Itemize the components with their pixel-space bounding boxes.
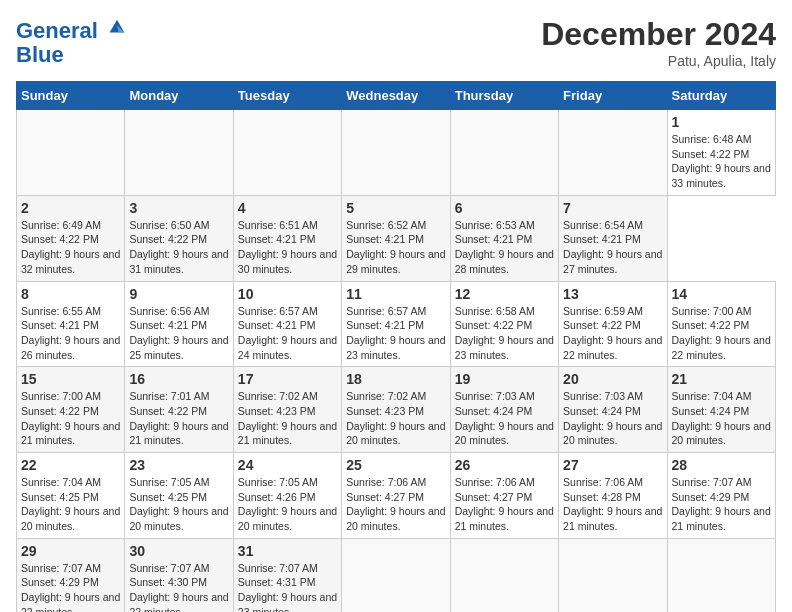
- day-number: 26: [455, 457, 554, 473]
- day-header-tuesday: Tuesday: [233, 82, 341, 110]
- calendar-body: 1Sunrise: 6:48 AMSunset: 4:22 PMDaylight…: [17, 110, 776, 613]
- day-number: 3: [129, 200, 228, 216]
- day-cell-9: 9Sunrise: 6:56 AMSunset: 4:21 PMDaylight…: [125, 281, 233, 367]
- day-cell-22: 22Sunrise: 7:04 AMSunset: 4:25 PMDayligh…: [17, 453, 125, 539]
- day-number: 30: [129, 543, 228, 559]
- day-cell-25: 25Sunrise: 7:06 AMSunset: 4:27 PMDayligh…: [342, 453, 450, 539]
- day-info: Sunrise: 7:00 AMSunset: 4:22 PMDaylight:…: [21, 390, 120, 446]
- day-info: Sunrise: 7:04 AMSunset: 4:24 PMDaylight:…: [672, 390, 771, 446]
- day-number: 2: [21, 200, 120, 216]
- day-info: Sunrise: 7:01 AMSunset: 4:22 PMDaylight:…: [129, 390, 228, 446]
- day-cell-27: 27Sunrise: 7:06 AMSunset: 4:28 PMDayligh…: [559, 453, 667, 539]
- day-number: 31: [238, 543, 337, 559]
- week-row-4: 22Sunrise: 7:04 AMSunset: 4:25 PMDayligh…: [17, 453, 776, 539]
- day-number: 16: [129, 371, 228, 387]
- day-info: Sunrise: 6:48 AMSunset: 4:22 PMDaylight:…: [672, 133, 771, 189]
- day-number: 8: [21, 286, 120, 302]
- day-cell-17: 17Sunrise: 7:02 AMSunset: 4:23 PMDayligh…: [233, 367, 341, 453]
- day-number: 11: [346, 286, 445, 302]
- day-cell-4: 4Sunrise: 6:51 AMSunset: 4:21 PMDaylight…: [233, 195, 341, 281]
- day-number: 19: [455, 371, 554, 387]
- day-cell-29: 29Sunrise: 7:07 AMSunset: 4:29 PMDayligh…: [17, 538, 125, 612]
- empty-cell: [450, 538, 558, 612]
- day-number: 28: [672, 457, 771, 473]
- day-info: Sunrise: 7:03 AMSunset: 4:24 PMDaylight:…: [455, 390, 554, 446]
- day-number: 27: [563, 457, 662, 473]
- week-row-5: 29Sunrise: 7:07 AMSunset: 4:29 PMDayligh…: [17, 538, 776, 612]
- header-row: SundayMondayTuesdayWednesdayThursdayFrid…: [17, 82, 776, 110]
- day-number: 5: [346, 200, 445, 216]
- day-header-thursday: Thursday: [450, 82, 558, 110]
- day-cell-2: 2Sunrise: 6:49 AMSunset: 4:22 PMDaylight…: [17, 195, 125, 281]
- day-cell-31: 31Sunrise: 7:07 AMSunset: 4:31 PMDayligh…: [233, 538, 341, 612]
- day-info: Sunrise: 6:53 AMSunset: 4:21 PMDaylight:…: [455, 219, 554, 275]
- day-number: 6: [455, 200, 554, 216]
- empty-cell: [342, 110, 450, 196]
- page-header: General Blue December 2024 Patu, Apulia,…: [16, 16, 776, 69]
- day-number: 13: [563, 286, 662, 302]
- logo-line1: General: [16, 16, 128, 43]
- day-info: Sunrise: 7:04 AMSunset: 4:25 PMDaylight:…: [21, 476, 120, 532]
- day-cell-24: 24Sunrise: 7:05 AMSunset: 4:26 PMDayligh…: [233, 453, 341, 539]
- day-cell-16: 16Sunrise: 7:01 AMSunset: 4:22 PMDayligh…: [125, 367, 233, 453]
- empty-cell: [559, 538, 667, 612]
- empty-cell: [17, 110, 125, 196]
- day-number: 14: [672, 286, 771, 302]
- day-cell-30: 30Sunrise: 7:07 AMSunset: 4:30 PMDayligh…: [125, 538, 233, 612]
- day-info: Sunrise: 7:06 AMSunset: 4:28 PMDaylight:…: [563, 476, 662, 532]
- day-info: Sunrise: 7:07 AMSunset: 4:29 PMDaylight:…: [672, 476, 771, 532]
- day-info: Sunrise: 7:06 AMSunset: 4:27 PMDaylight:…: [346, 476, 445, 532]
- empty-cell: [125, 110, 233, 196]
- day-info: Sunrise: 7:07 AMSunset: 4:29 PMDaylight:…: [21, 562, 120, 612]
- day-cell-13: 13Sunrise: 6:59 AMSunset: 4:22 PMDayligh…: [559, 281, 667, 367]
- day-info: Sunrise: 6:52 AMSunset: 4:21 PMDaylight:…: [346, 219, 445, 275]
- day-info: Sunrise: 7:00 AMSunset: 4:22 PMDaylight:…: [672, 305, 771, 361]
- day-cell-5: 5Sunrise: 6:52 AMSunset: 4:21 PMDaylight…: [342, 195, 450, 281]
- day-info: Sunrise: 6:58 AMSunset: 4:22 PMDaylight:…: [455, 305, 554, 361]
- day-header-friday: Friday: [559, 82, 667, 110]
- day-number: 29: [21, 543, 120, 559]
- day-number: 21: [672, 371, 771, 387]
- subtitle: Patu, Apulia, Italy: [541, 53, 776, 69]
- day-number: 25: [346, 457, 445, 473]
- day-info: Sunrise: 7:02 AMSunset: 4:23 PMDaylight:…: [238, 390, 337, 446]
- day-number: 12: [455, 286, 554, 302]
- day-cell-14: 14Sunrise: 7:00 AMSunset: 4:22 PMDayligh…: [667, 281, 775, 367]
- day-info: Sunrise: 7:03 AMSunset: 4:24 PMDaylight:…: [563, 390, 662, 446]
- day-info: Sunrise: 7:05 AMSunset: 4:26 PMDaylight:…: [238, 476, 337, 532]
- day-number: 9: [129, 286, 228, 302]
- day-info: Sunrise: 7:07 AMSunset: 4:31 PMDaylight:…: [238, 562, 337, 612]
- logo-line2: Blue: [16, 43, 128, 67]
- day-number: 15: [21, 371, 120, 387]
- week-row-1: 2Sunrise: 6:49 AMSunset: 4:22 PMDaylight…: [17, 195, 776, 281]
- day-info: Sunrise: 6:55 AMSunset: 4:21 PMDaylight:…: [21, 305, 120, 361]
- day-cell-6: 6Sunrise: 6:53 AMSunset: 4:21 PMDaylight…: [450, 195, 558, 281]
- week-row-3: 15Sunrise: 7:00 AMSunset: 4:22 PMDayligh…: [17, 367, 776, 453]
- day-cell-3: 3Sunrise: 6:50 AMSunset: 4:22 PMDaylight…: [125, 195, 233, 281]
- day-cell-18: 18Sunrise: 7:02 AMSunset: 4:23 PMDayligh…: [342, 367, 450, 453]
- day-info: Sunrise: 6:49 AMSunset: 4:22 PMDaylight:…: [21, 219, 120, 275]
- day-number: 22: [21, 457, 120, 473]
- day-header-wednesday: Wednesday: [342, 82, 450, 110]
- day-cell-15: 15Sunrise: 7:00 AMSunset: 4:22 PMDayligh…: [17, 367, 125, 453]
- day-info: Sunrise: 6:56 AMSunset: 4:21 PMDaylight:…: [129, 305, 228, 361]
- day-cell-20: 20Sunrise: 7:03 AMSunset: 4:24 PMDayligh…: [559, 367, 667, 453]
- day-number: 18: [346, 371, 445, 387]
- day-number: 7: [563, 200, 662, 216]
- day-info: Sunrise: 6:57 AMSunset: 4:21 PMDaylight:…: [346, 305, 445, 361]
- empty-cell: [667, 538, 775, 612]
- empty-cell: [450, 110, 558, 196]
- calendar-table: SundayMondayTuesdayWednesdayThursdayFrid…: [16, 81, 776, 612]
- week-row-2: 8Sunrise: 6:55 AMSunset: 4:21 PMDaylight…: [17, 281, 776, 367]
- main-title: December 2024: [541, 16, 776, 53]
- day-info: Sunrise: 7:07 AMSunset: 4:30 PMDaylight:…: [129, 562, 228, 612]
- day-cell-7: 7Sunrise: 6:54 AMSunset: 4:21 PMDaylight…: [559, 195, 667, 281]
- day-cell-8: 8Sunrise: 6:55 AMSunset: 4:21 PMDaylight…: [17, 281, 125, 367]
- empty-cell: [559, 110, 667, 196]
- title-block: December 2024 Patu, Apulia, Italy: [541, 16, 776, 69]
- day-number: 17: [238, 371, 337, 387]
- day-info: Sunrise: 6:59 AMSunset: 4:22 PMDaylight:…: [563, 305, 662, 361]
- day-cell-21: 21Sunrise: 7:04 AMSunset: 4:24 PMDayligh…: [667, 367, 775, 453]
- day-info: Sunrise: 7:06 AMSunset: 4:27 PMDaylight:…: [455, 476, 554, 532]
- day-cell-19: 19Sunrise: 7:03 AMSunset: 4:24 PMDayligh…: [450, 367, 558, 453]
